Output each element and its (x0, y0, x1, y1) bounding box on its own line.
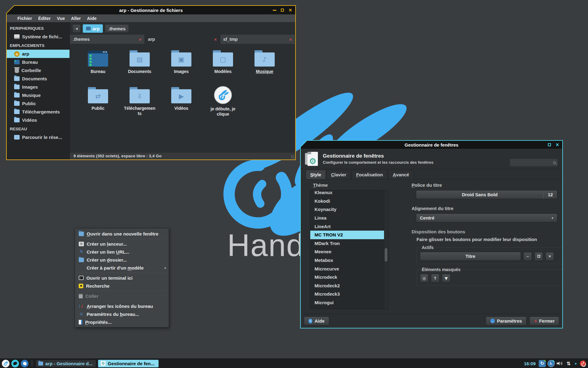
panel-handle[interactable] (31, 361, 33, 366)
notification-arrow-icon[interactable]: ▸ (574, 360, 578, 367)
search-field[interactable] (510, 159, 558, 167)
menu-item-creer-lanceur[interactable]: ⚙ Créer un lanceur... (75, 240, 169, 248)
menu-aide[interactable]: Aide (84, 15, 99, 21)
menu-fichier[interactable]: Fichier (15, 15, 35, 21)
launcher-mascot-icon[interactable] (21, 360, 28, 367)
menu-item-arranger-icones[interactable]: ↓ Arranger les icônes du bureau (75, 302, 169, 310)
back-button[interactable]: ◂ (72, 24, 81, 33)
power-button-icon[interactable] (580, 360, 586, 367)
maximize-drag-button[interactable] (534, 252, 543, 261)
tab-focalisation[interactable]: Focalisation (352, 170, 388, 179)
theme-list[interactable]: Kleanux Kokodi Koynacity Linea LineArt M… (310, 190, 388, 309)
theme-option[interactable]: LineArt (310, 222, 388, 231)
menu-aller[interactable]: Aller (68, 15, 84, 21)
file-videos[interactable]: ▶ Vidéos (160, 85, 202, 122)
theme-option-selected[interactable]: MC TRON V2 (310, 231, 388, 239)
sidebar-item-images[interactable]: Images (7, 83, 70, 91)
accessibility-tray-icon[interactable]: ♿ (548, 360, 555, 367)
network-tray-icon[interactable]: ⇅ (565, 360, 572, 367)
sidebar-item-telechargements[interactable]: Téléchargements (7, 108, 70, 116)
sidebar-item-parcourir-le-reseau[interactable]: Parcourir le rése... (7, 133, 70, 141)
launcher-handy-icon[interactable] (2, 360, 9, 367)
file-je-debute-je-clique[interactable]: je débute, je clique (202, 85, 244, 122)
theme-option[interactable]: Metabox (310, 256, 388, 265)
menu-item-recherche[interactable]: Recherche (75, 282, 169, 290)
menu-item-creer-dossier[interactable]: Créer un dossier... (75, 256, 169, 264)
file-images[interactable]: ▣ Images (160, 48, 202, 85)
file-public[interactable]: ⇄ Public (77, 85, 119, 122)
menu-drag-button[interactable]: ▼ (442, 274, 450, 282)
sidebar-item-musique[interactable]: Musique (7, 91, 70, 99)
sidebar-item-bureau[interactable]: Bureau (7, 58, 70, 66)
theme-option[interactable]: Microdeck3 (310, 290, 388, 298)
tab-sf-tmp[interactable]: sf_tmp × (220, 35, 295, 44)
menu-item-creer-a-partir-modele[interactable]: Créer à partir d'un modèle ▸ (75, 264, 169, 272)
search-input[interactable] (516, 160, 553, 165)
tab-avance[interactable]: Avancé (388, 170, 413, 179)
menu-vue[interactable]: Vue (54, 15, 68, 21)
minimize-drag-button[interactable]: – (523, 252, 532, 261)
theme-option[interactable]: Linea (310, 214, 388, 222)
minimize-button[interactable] (272, 8, 277, 13)
theme-option[interactable]: Kleanux (310, 190, 388, 197)
close-button[interactable]: × (555, 142, 560, 147)
fm-titlebar[interactable]: arp - Gestionnaire de fichiers × (7, 6, 295, 14)
title-drag-button[interactable]: Titre (420, 252, 521, 261)
volume-tray-icon[interactable] (556, 360, 563, 367)
help-button[interactable]: Aide (304, 316, 329, 325)
theme-option[interactable]: Meenee (310, 247, 388, 256)
close-button[interactable]: × (288, 8, 293, 13)
wm-titlebar[interactable]: Gestionnaire de fenêtres × (301, 141, 562, 149)
sidebar-item-systeme-de-fichiers[interactable]: Système de fichi... (7, 33, 70, 41)
sidebar-item-corbeille[interactable]: Corbeille (7, 66, 70, 75)
theme-option[interactable]: Microdeck (310, 273, 388, 282)
all-settings-button[interactable]: ← Paramètres (486, 316, 527, 325)
file-telechargements[interactable]: ⇩ Téléchargements (119, 85, 160, 122)
updates-tray-icon[interactable]: ↻ (539, 360, 546, 367)
title-alignment-dropdown[interactable]: Centré ▾ (416, 213, 557, 222)
close-dialog-button[interactable]: × Fermer (530, 316, 559, 325)
path-button-themes[interactable]: .themes (105, 24, 129, 33)
theme-option[interactable]: Koynacity (310, 205, 388, 214)
sidebar-item-videos[interactable]: Vidéos (7, 116, 70, 124)
file-bureau[interactable]: Bureau (77, 48, 119, 85)
theme-option[interactable]: Microcurve (310, 264, 388, 273)
taskbar-button-file-manager[interactable]: arp - Gestionnaire d... (36, 360, 96, 367)
launcher-browser-icon[interactable] (11, 360, 19, 367)
menu-item-proprietes[interactable]: Propriétés... (75, 318, 169, 326)
tab-style[interactable]: Style (306, 170, 326, 179)
menu-item-ouvrir-nouvelle-fenetre[interactable]: Ouvrir dans une nouvelle fenêtre (75, 230, 169, 238)
file-musique[interactable]: ♪ Musique (244, 48, 285, 85)
file-modeles[interactable]: ▢ Modèles (202, 48, 244, 85)
sidebar-item-public[interactable]: Public (7, 99, 70, 108)
close-drag-button[interactable]: × (545, 252, 554, 261)
theme-option[interactable]: Kokodi (310, 197, 388, 205)
tab-clavier[interactable]: Clavier (326, 170, 351, 179)
menu-editer[interactable]: Éditer (36, 15, 54, 21)
path-button-arp[interactable]: arp (83, 24, 103, 33)
sidebar-item-documents[interactable]: Documents (7, 75, 70, 83)
theme-option[interactable]: Mofit (310, 307, 388, 309)
maximize-button[interactable] (280, 8, 285, 13)
menu-item-creer-lien-url[interactable]: ✎ Créer un lien URL... (75, 248, 169, 256)
shade-drag-button[interactable]: ↑ (431, 274, 439, 282)
tab-close-icon[interactable]: × (289, 37, 292, 42)
file-documents[interactable]: ▤ Documents (119, 48, 160, 85)
clock[interactable]: 16:09 (524, 361, 536, 366)
tab-close-icon[interactable]: × (139, 37, 142, 42)
theme-option[interactable]: MDark Tron (310, 239, 388, 248)
tab-close-icon[interactable]: × (214, 37, 217, 42)
scrollbar-track[interactable] (384, 190, 388, 309)
stick-drag-button[interactable]: ◎ (420, 274, 428, 282)
maximize-button[interactable] (547, 142, 552, 147)
tab-arp[interactable]: arp × (145, 35, 220, 44)
menu-item-ouvrir-terminal[interactable]: › Ouvrir un terminal ici (75, 274, 169, 282)
title-font-button[interactable]: Droid Sans Bold 12 (416, 190, 557, 199)
resize-grip[interactable] (291, 155, 295, 159)
taskbar-button-window-manager[interactable]: ⚙ Gestionnaire de fen... (98, 360, 159, 367)
sidebar-item-arp[interactable]: ⌂ arp (7, 50, 70, 58)
menu-item-parametres-bureau[interactable]: ☼ Paramètres du bureau... (75, 310, 169, 318)
theme-option[interactable]: Microdeck2 (310, 282, 388, 290)
scrollbar-thumb[interactable] (385, 248, 387, 262)
theme-option[interactable]: Microgui (310, 298, 388, 307)
